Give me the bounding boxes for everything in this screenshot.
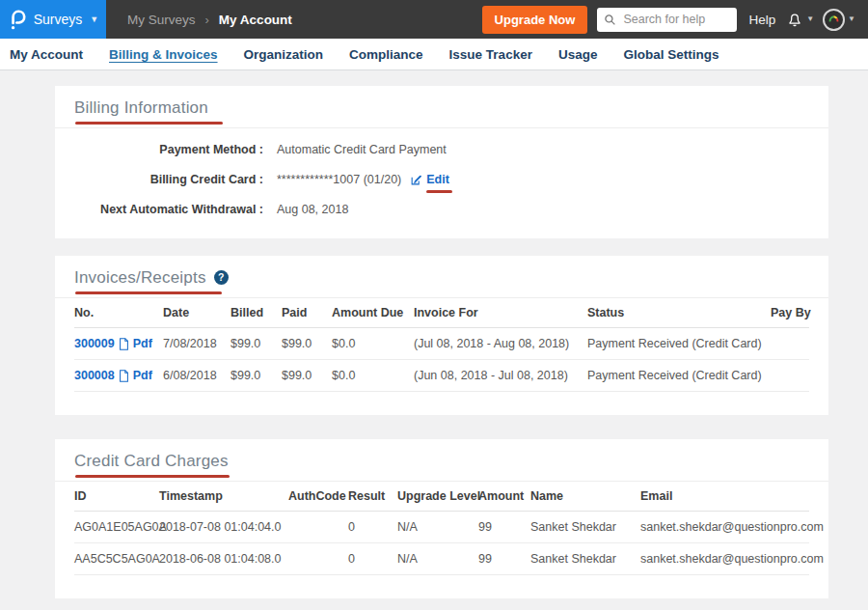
breadcrumb-parent[interactable]: My Surveys [127,13,196,27]
col-invoice-for: Invoice For [414,298,587,328]
invoice-pdf-link[interactable]: Pdf [133,337,152,350]
edit-pencil-icon [410,174,422,186]
chevron-down-icon: ▼ [806,15,814,23]
breadcrumb: My Surveys › My Account [127,13,292,27]
invoice-pdf-link[interactable]: Pdf [133,369,152,382]
col-timestamp: Timestamp [159,482,288,512]
billing-information-title: Billing Information [74,98,208,117]
invoices-receipts-card: Invoices/Receipts? No. Date Billed Paid … [55,256,828,415]
charge-row: AG0A1E05AG0A 2018-07-08 01:04:04.0 0 N/A… [74,512,809,543]
col-id: ID [74,482,159,512]
red-annotation-underline [75,475,230,478]
invoice-amount-due: $0.0 [332,360,414,392]
payment-method-label: Payment Method : [74,143,263,156]
col-no: No. [74,298,163,328]
chevron-down-icon: ▼ [90,15,98,24]
charge-email: sanket.shekdar@questionpro.com [640,543,809,575]
invoices-header-row: No. Date Billed Paid Amount Due Invoice … [74,298,809,328]
credit-card-charges-title: Credit Card Charges [74,452,229,470]
bell-icon [786,11,803,28]
tab-billing-invoices[interactable]: Billing & Invoices [109,47,218,62]
invoice-date: 6/08/2018 [163,360,231,392]
charge-result: 0 [348,512,397,543]
charge-timestamp: 2018-06-08 01:04:08.0 [159,543,288,575]
red-annotation-underline [75,122,223,125]
invoice-billed: $99.0 [231,360,282,392]
charge-authcode [288,512,348,543]
billing-credit-card-row: Billing Credit Card : ************1007 (… [74,173,809,186]
pdf-file-icon [119,338,129,350]
charge-amount: 99 [478,512,530,543]
chevron-down-icon: ▼ [848,15,855,23]
billing-information-header: Billing Information [55,86,828,128]
charge-name: Sanket Shekdar [530,543,640,575]
avatar [823,9,845,31]
tab-organization[interactable]: Organization [244,47,324,62]
invoice-row: 300008 Pdf 6/08/2018 $99.0 [74,360,809,392]
invoice-for: (Jul 08, 2018 - Aug 08, 2018) [414,328,587,360]
tab-compliance[interactable]: Compliance [349,47,423,62]
edit-credit-card-link[interactable]: Edit [410,173,449,186]
invoice-number-link[interactable]: 300008 [74,369,115,382]
payment-method-value: Automatic Credit Card Payment [277,143,447,156]
charge-timestamp: 2018-07-08 01:04:04.0 [159,512,288,543]
charges-header-row: ID Timestamp AuthCode Result Upgrade Lev… [74,482,809,512]
account-menu[interactable]: ▼ [823,9,855,31]
charge-amount: 99 [478,543,530,575]
search-input[interactable] [621,12,730,27]
top-bar: Surveys ▼ My Surveys › My Account Upgrad… [0,0,868,39]
charge-result: 0 [348,543,397,575]
tab-my-account[interactable]: My Account [10,47,83,62]
credit-card-charges-header: Credit Card Charges [55,439,828,482]
invoice-row: 300009 Pdf 7/08/2018 $99.0 [74,328,809,360]
invoice-status: Payment Received (Credit Card) [587,328,771,360]
pdf-file-icon [119,370,129,382]
col-pay-by: Pay By [771,298,809,328]
product-menu[interactable]: Surveys ▼ [0,0,106,39]
red-annotation-underline [426,190,452,193]
help-link[interactable]: Help [748,13,775,27]
page-content: Billing Information Payment Method : Aut… [0,70,868,598]
col-authcode: AuthCode [288,482,348,512]
tab-issue-tracker[interactable]: Issue Tracker [449,47,532,62]
payment-method-row: Payment Method : Automatic Credit Card P… [74,143,809,156]
invoice-pay-by [771,360,809,392]
charge-row: AA5C5C5AG0A 2018-06-08 01:04:08.0 0 N/A … [74,543,809,575]
breadcrumb-separator-icon: › [205,13,209,27]
search-icon [604,14,616,26]
col-amount: Amount [478,482,530,512]
red-annotation-underline [75,291,222,294]
col-email: Email [640,482,809,512]
credit-card-charges-card: Credit Card Charges ID Timestamp AuthCod… [55,439,828,598]
tab-global-settings[interactable]: Global Settings [623,47,719,62]
col-date: Date [163,298,231,328]
billing-credit-card-label: Billing Credit Card : [74,173,263,186]
invoice-amount-due: $0.0 [332,328,414,360]
edit-link-label: Edit [426,173,449,186]
invoice-billed: $99.0 [231,328,282,360]
charge-email: sanket.shekdar@questionpro.com [640,512,809,543]
next-withdrawal-row: Next Automatic Withdrawal : Aug 08, 2018 [74,203,809,216]
invoices-table-wrap: No. Date Billed Paid Amount Due Invoice … [55,298,828,415]
help-circle-icon[interactable]: ? [214,270,229,285]
invoice-paid: $99.0 [282,328,332,360]
charge-authcode [288,543,348,575]
charges-table-wrap: ID Timestamp AuthCode Result Upgrade Lev… [55,482,828,598]
col-name: Name [530,482,640,512]
invoice-paid: $99.0 [282,360,332,392]
notifications-menu[interactable]: ▼ [786,11,814,28]
next-withdrawal-label: Next Automatic Withdrawal : [74,203,263,216]
charge-upgrade-level: N/A [397,543,478,575]
help-search[interactable] [597,8,737,32]
invoice-date: 7/08/2018 [163,328,231,360]
tab-usage[interactable]: Usage [558,47,598,62]
charges-table: ID Timestamp AuthCode Result Upgrade Lev… [74,482,809,575]
billing-information-fields: Payment Method : Automatic Credit Card P… [55,128,828,238]
billing-information-card: Billing Information Payment Method : Aut… [55,86,828,238]
invoice-number-link[interactable]: 300009 [74,337,115,350]
product-menu-label: Surveys [34,12,83,27]
upgrade-now-button[interactable]: Upgrade Now [482,6,588,34]
charge-id: AG0A1E05AG0A [74,512,159,543]
invoice-pay-by [771,328,809,360]
col-paid: Paid [282,298,332,328]
